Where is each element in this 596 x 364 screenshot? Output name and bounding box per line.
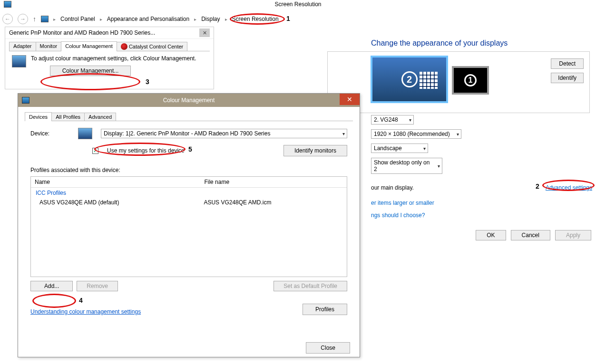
monitor-icon [78,128,92,139]
colour-management-titlebar[interactable]: Colour Management ✕ [18,94,360,107]
back-button[interactable]: ← [2,14,13,24]
monitor-number-1: 1 [464,74,477,86]
monitor-2-preview[interactable]: 2 [371,56,448,103]
properties-tabs: Adapter Monitor Colour Management Cataly… [9,41,210,51]
annotation-label-3: 3 [146,78,149,86]
cancel-button[interactable]: Cancel [511,230,550,240]
close-icon[interactable]: ✕ [340,94,360,105]
main-display-text: our main display. [371,184,414,191]
detect-button[interactable]: Detect [551,58,584,69]
monitor-number-2: 2 [401,71,418,87]
chevron-right-icon: ▸ [225,17,227,22]
remove-button[interactable]: Remove [77,281,118,291]
display-select[interactable]: 2. VG248 [371,115,414,125]
orientation-select[interactable]: Landscape [371,144,428,153]
device-select[interactable]: Display: 1|2. Generic PnP Monitor - AMD … [101,129,347,138]
apply-button[interactable]: Apply [555,230,591,240]
profiles-button[interactable]: Profiles [303,304,347,315]
monitor-grid-icon [420,72,438,89]
catalyst-icon [121,43,127,50]
crumb-screen-resolution[interactable]: Screen Resolution [232,16,279,22]
chevron-right-icon: ▸ [100,17,102,22]
resolution-select[interactable]: 1920 × 1080 (Recommended) [371,129,461,139]
tab-catalyst[interactable]: Catalyst Control Center [117,42,187,51]
tab-all-profiles[interactable]: All Profiles [51,113,85,121]
column-header-name[interactable]: Name [35,179,204,185]
monitor-icon [12,55,26,67]
tab-colour-management[interactable]: Colour Management [61,41,117,51]
monitor-1-preview[interactable]: 1 [452,66,489,95]
colour-management-title: Colour Management [18,97,360,104]
window-icon [4,1,11,8]
up-button[interactable]: ↑ [33,15,36,23]
profiles-group-icc: ICC Profiles [31,188,347,198]
annotation-label-2: 2 [536,182,539,190]
profiles-label: Profiles associated with this device: [30,167,347,173]
page-heading: Change the appearance of your displays [371,39,508,48]
annotation-label-1: 1 [286,15,290,22]
forward-button[interactable]: → [18,14,28,24]
colour-management-tabs: Devices All Profiles Advanced [25,112,353,121]
use-my-settings-checkbox[interactable]: ✓ [92,148,98,154]
set-default-profile-button[interactable]: Set as Default Profile [274,281,347,291]
display-preview-panel: 2 1 Detect Identify [327,51,590,113]
properties-body-text: To adjust colour management settings, cl… [31,55,207,62]
window-title: Screen Resolution [274,0,321,8]
make-items-larger-link[interactable]: er items larger or smaller [371,200,434,206]
understanding-colour-link[interactable]: Understanding colour management settings [30,308,141,315]
profile-row[interactable]: ASUS VG248QE AMD (default) ASUS VG248QE … [31,198,347,207]
profile-name: ASUS VG248QE AMD (default) [39,199,204,206]
identify-monitors-button[interactable]: Identify monitors [283,145,347,156]
colour-management-dialog: Colour Management ✕ Devices All Profiles… [18,93,360,357]
crumb-display[interactable]: Display [201,16,220,22]
add-button[interactable]: Add... [30,281,73,291]
column-header-filename[interactable]: File name [204,179,343,185]
device-label: Device: [30,130,69,137]
breadcrumb-bar: ← → ↑ ▸ Control Panel ▸ Appearance and P… [2,12,594,26]
colour-management-icon [22,97,29,104]
chevron-right-icon: ▸ [194,17,196,22]
crumb-control-panel[interactable]: Control Panel [60,16,95,22]
close-button[interactable]: Close [306,342,350,354]
profile-filename: ASUS VG248QE AMD.icm [204,199,338,206]
tab-monitor[interactable]: Monitor [36,42,62,51]
colour-management-button[interactable]: Colour Management... [50,66,131,76]
profiles-list[interactable]: Name File name ICC Profiles ASUS VG248QE… [30,176,347,277]
chevron-right-icon: ▸ [53,17,56,22]
tab-adapter[interactable]: Adapter [9,42,36,51]
use-my-settings-label: Use my settings for this device [107,147,185,154]
close-icon[interactable]: ✕ [199,29,210,37]
tab-advanced[interactable]: Advanced [84,113,116,121]
crumb-appearance[interactable]: Appearance and Personalisation [107,16,189,22]
identify-button[interactable]: Identify [551,73,584,83]
ok-button[interactable]: OK [476,230,506,240]
control-panel-icon[interactable] [41,16,49,22]
annotation-label-4: 4 [79,297,83,304]
multiple-displays-select[interactable]: Show desktop only on 2 [371,158,442,174]
tab-devices[interactable]: Devices [25,112,52,121]
monitor-properties-dialog: Generic PnP Monitor and AMD Radeon HD 79… [5,27,214,89]
settings-choose-link[interactable]: ngs should I choose? [371,212,425,219]
properties-title: Generic PnP Monitor and AMD Radeon HD 79… [9,29,155,36]
advanced-settings-link[interactable]: Advanced settings [546,184,592,191]
annotation-label-5: 5 [188,145,192,153]
